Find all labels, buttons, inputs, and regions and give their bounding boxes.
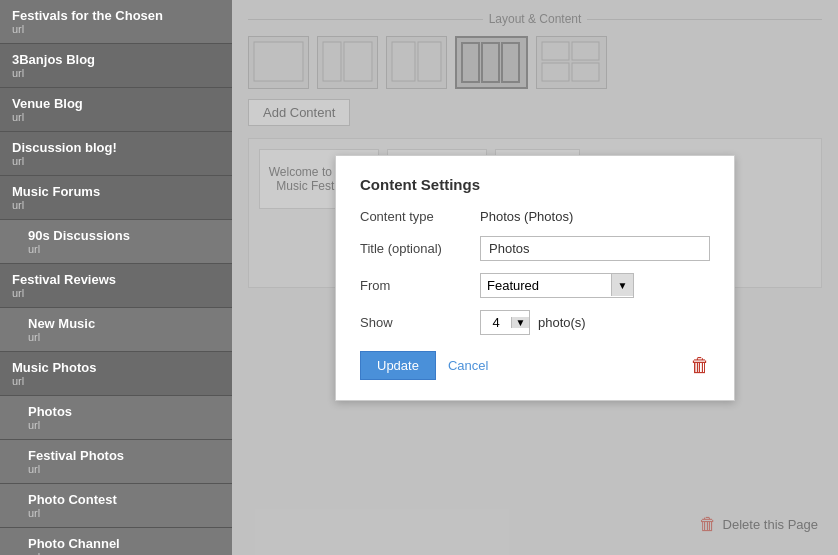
show-row: Show ▼ photo(s) (360, 310, 710, 335)
title-row: Title (optional) (360, 236, 710, 261)
show-num-arrow[interactable]: ▼ (511, 317, 529, 328)
dialog-delete-icon[interactable]: 🗑 (690, 354, 710, 377)
sidebar-item-title: Venue Blog (12, 96, 220, 111)
sidebar-item-photos[interactable]: Photosurl (0, 396, 232, 440)
sidebar-item-3banjos[interactable]: 3Banjos Blogurl (0, 44, 232, 88)
sidebar-item-url: url (28, 551, 220, 555)
sidebar-item-url: url (28, 507, 220, 519)
show-num-wrapper: ▼ (480, 310, 530, 335)
from-select-arrow[interactable]: ▼ (611, 274, 633, 296)
sidebar-item-title: Photos (28, 404, 220, 419)
update-button[interactable]: Update (360, 351, 436, 380)
sidebar-item-title: Festival Reviews (12, 272, 220, 287)
sidebar-item-title: Festivals for the Chosen (12, 8, 220, 23)
sidebar-item-discussion-blog[interactable]: Discussion blog!url (0, 132, 232, 176)
sidebar-item-venue-blog[interactable]: Venue Blogurl (0, 88, 232, 132)
sidebar-item-music-forums[interactable]: Music Forumsurl (0, 176, 232, 220)
from-row: From Featured All Recent ▼ (360, 273, 710, 298)
sidebar-item-title: New Music (28, 316, 220, 331)
title-input[interactable] (480, 236, 710, 261)
sidebar-item-festivals[interactable]: Festivals for the Chosenurl (0, 0, 232, 44)
dialog-overlay: Content Settings Content type Photos (Ph… (232, 0, 838, 555)
sidebar-item-festival-reviews[interactable]: Festival Reviewsurl (0, 264, 232, 308)
sidebar-item-title: Music Photos (12, 360, 220, 375)
sidebar-item-photo-channel[interactable]: Photo Channelurl (0, 528, 232, 555)
show-row-inner: ▼ photo(s) (480, 310, 586, 335)
sidebar-item-music-photos[interactable]: Music Photosurl (0, 352, 232, 396)
sidebar-item-festival-photos[interactable]: Festival Photosurl (0, 440, 232, 484)
dialog-title: Content Settings (360, 176, 710, 193)
sidebar-item-url: url (28, 463, 220, 475)
sidebar-item-url: url (12, 287, 220, 299)
sidebar-item-url: url (12, 111, 220, 123)
show-label: Show (360, 315, 470, 330)
sidebar-item-url: url (28, 243, 220, 255)
dialog-footer: Update Cancel 🗑 (360, 351, 710, 380)
sidebar-item-90s-discussions[interactable]: 90s Discussionsurl (0, 220, 232, 264)
sidebar-item-title: Discussion blog! (12, 140, 220, 155)
sidebar-item-photo-contest[interactable]: Photo Contesturl (0, 484, 232, 528)
from-select[interactable]: Featured All Recent (481, 274, 611, 297)
sidebar-item-url: url (12, 375, 220, 387)
from-label: From (360, 278, 470, 293)
sidebar-item-title: Photo Contest (28, 492, 220, 507)
sidebar-item-title: 3Banjos Blog (12, 52, 220, 67)
sidebar-item-url: url (12, 155, 220, 167)
show-suffix: photo(s) (538, 315, 586, 330)
sidebar-item-title: Festival Photos (28, 448, 220, 463)
sidebar-item-url: url (12, 67, 220, 79)
sidebar: Festivals for the Chosenurl3Banjos Blogu… (0, 0, 232, 555)
sidebar-item-url: url (12, 199, 220, 211)
sidebar-item-title: Photo Channel (28, 536, 220, 551)
main-content: Layout & Content (232, 0, 838, 555)
cancel-button[interactable]: Cancel (448, 358, 488, 373)
sidebar-item-new-music[interactable]: New Musicurl (0, 308, 232, 352)
sidebar-item-title: 90s Discussions (28, 228, 220, 243)
content-type-row: Content type Photos (Photos) (360, 209, 710, 224)
title-label: Title (optional) (360, 241, 470, 256)
sidebar-item-url: url (12, 23, 220, 35)
show-num-input[interactable] (481, 311, 511, 334)
sidebar-item-title: Music Forums (12, 184, 220, 199)
sidebar-item-url: url (28, 419, 220, 431)
from-select-wrapper: Featured All Recent ▼ (480, 273, 634, 298)
content-type-value: Photos (Photos) (480, 209, 573, 224)
sidebar-item-url: url (28, 331, 220, 343)
content-type-label: Content type (360, 209, 470, 224)
content-settings-dialog: Content Settings Content type Photos (Ph… (335, 155, 735, 401)
